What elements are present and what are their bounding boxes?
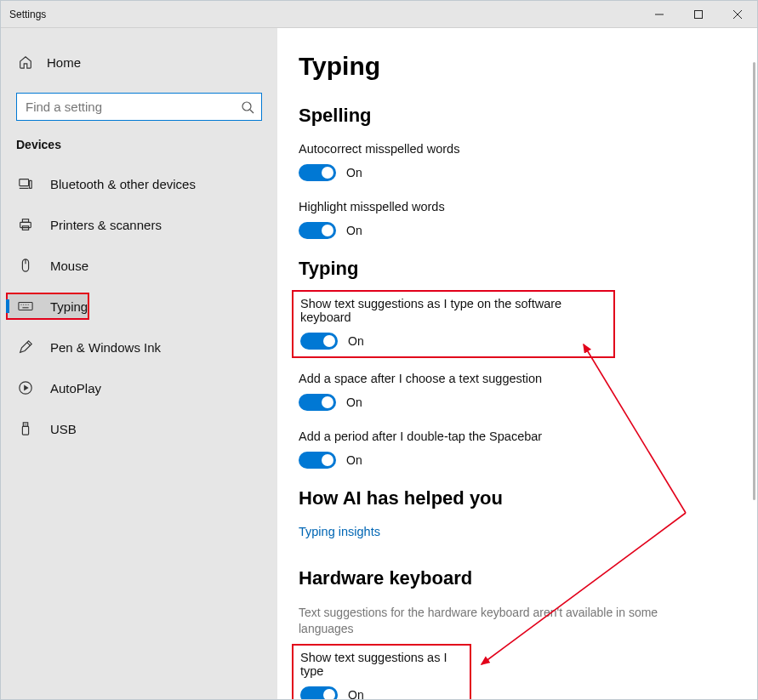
- nav-autoplay[interactable]: AutoPlay: [1, 367, 277, 408]
- section-spelling-title: Spelling: [299, 105, 723, 127]
- close-button[interactable]: [718, 1, 757, 28]
- devices-icon: [18, 176, 33, 191]
- svg-rect-24: [22, 426, 28, 435]
- nav-label: Bluetooth & other devices: [50, 177, 196, 191]
- titlebar: Settings: [1, 1, 757, 28]
- search-icon: [241, 100, 254, 114]
- search-input[interactable]: [26, 100, 241, 114]
- annotation-arrows: [277, 28, 754, 699]
- pen-icon: [18, 339, 33, 355]
- toggle-state: On: [346, 166, 362, 179]
- svg-rect-23: [23, 423, 27, 427]
- nav-bluetooth[interactable]: Bluetooth & other devices: [1, 163, 277, 204]
- nav-home-label: Home: [47, 55, 81, 70]
- sidebar: Home Devices Bluetooth & other devices P…: [1, 28, 277, 699]
- svg-line-5: [250, 110, 254, 113]
- annotation-box-2: Show text suggestions as I type On: [292, 644, 471, 699]
- toggle-highlight[interactable]: [299, 222, 336, 239]
- svg-rect-14: [19, 303, 32, 310]
- nav-printers[interactable]: Printers & scanners: [1, 204, 277, 245]
- keyboard-icon: [18, 299, 33, 314]
- minimize-button[interactable]: [640, 1, 679, 28]
- nav-label: USB: [50, 422, 77, 436]
- search-input-wrap[interactable]: [16, 93, 262, 121]
- svg-marker-22: [24, 384, 28, 390]
- setting-highlight: Highlight misspelled words On: [299, 200, 723, 239]
- printer-icon: [18, 217, 33, 232]
- nav-label: Mouse: [50, 259, 88, 273]
- nav-usb[interactable]: USB: [1, 408, 277, 449]
- scrollbar[interactable]: [753, 62, 755, 500]
- nav-typing[interactable]: Typing: [6, 293, 89, 320]
- link-typing-insights[interactable]: Typing insights: [299, 525, 723, 538]
- usb-icon: [18, 421, 33, 436]
- sidebar-section-header: Devices: [1, 138, 277, 163]
- annotation-box-1: Show text suggestions as I type on the s…: [292, 290, 615, 358]
- setting-label: Show text suggestions as I type on the s…: [300, 297, 607, 324]
- section-ai-title: How AI has helped you: [299, 487, 723, 509]
- setting-label: Highlight misspelled words: [299, 200, 723, 213]
- nav-label: Typing: [50, 299, 88, 314]
- svg-rect-6: [20, 179, 29, 186]
- setting-period: Add a period after I double-tap the Spac…: [299, 430, 723, 469]
- setting-suggestions: Show text suggestions as I type on the s…: [300, 297, 607, 350]
- svg-rect-10: [22, 219, 28, 223]
- setting-hw-suggestions: Show text suggestions as I type On: [300, 651, 463, 699]
- maximize-button[interactable]: [679, 1, 718, 28]
- svg-point-4: [242, 102, 251, 111]
- nav-pen[interactable]: Pen & Windows Ink: [1, 327, 277, 367]
- setting-space: Add a space after I choose a text sugges…: [299, 372, 723, 411]
- nav-mouse[interactable]: Mouse: [1, 245, 277, 286]
- toggle-state: On: [346, 453, 362, 467]
- section-typing-title: Typing: [299, 258, 723, 280]
- nav-label: Printers & scanners: [50, 218, 162, 232]
- setting-label: Autocorrect misspelled words: [299, 142, 723, 156]
- setting-autocorrect: Autocorrect misspelled words On: [299, 142, 723, 181]
- toggle-autocorrect[interactable]: [299, 164, 336, 181]
- setting-label: Show text suggestions as I type: [300, 651, 463, 678]
- toggle-state: On: [346, 224, 362, 237]
- toggle-space[interactable]: [299, 394, 336, 411]
- toggle-state: On: [348, 334, 364, 348]
- toggle-period[interactable]: [299, 452, 336, 469]
- page-title: Typing: [299, 52, 723, 81]
- nav-label: Pen & Windows Ink: [50, 340, 161, 355]
- window-title: Settings: [1, 9, 46, 20]
- section-hardware-title: Hardware keyboard: [299, 567, 723, 589]
- toggle-state: On: [348, 688, 364, 699]
- toggle-hw-suggestions[interactable]: [300, 686, 338, 699]
- hardware-desc: Text suggestions for the hardware keyboa…: [299, 605, 673, 637]
- toggle-state: On: [346, 396, 362, 409]
- svg-rect-1: [695, 10, 703, 18]
- nav-label: AutoPlay: [50, 381, 101, 396]
- autoplay-icon: [18, 380, 33, 396]
- home-icon: [18, 54, 33, 70]
- setting-label: Add a period after I double-tap the Spac…: [299, 430, 723, 443]
- nav-home[interactable]: Home: [1, 45, 277, 79]
- svg-rect-7: [30, 180, 32, 188]
- toggle-suggestions[interactable]: [300, 333, 338, 350]
- mouse-icon: [18, 258, 33, 273]
- setting-label: Add a space after I choose a text sugges…: [299, 372, 723, 385]
- svg-line-20: [27, 343, 31, 346]
- main-content: Typing Spelling Autocorrect misspelled w…: [277, 28, 757, 699]
- svg-rect-9: [20, 222, 31, 227]
